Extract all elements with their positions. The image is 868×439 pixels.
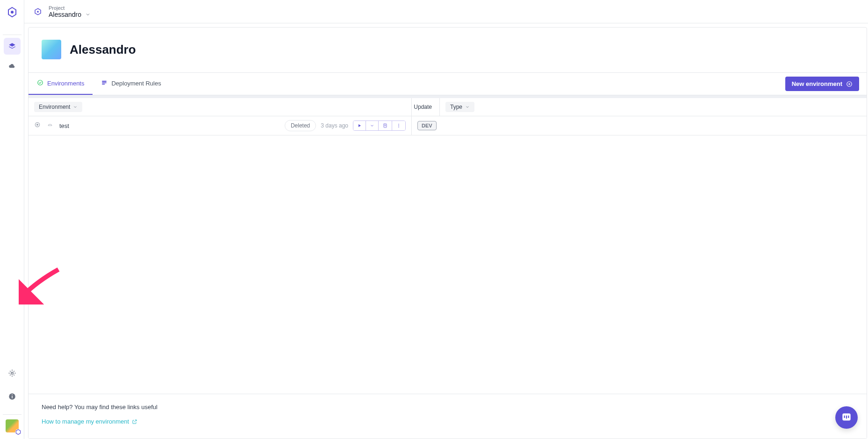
sidebar-avatar[interactable] [4, 418, 21, 434]
check-circle-icon [37, 79, 43, 87]
environment-filter[interactable]: Environment [34, 102, 82, 112]
sidebar-bottom [3, 365, 22, 439]
scroll-icon [382, 123, 388, 128]
app-sidebar [0, 0, 24, 439]
type-filter[interactable]: Type [445, 102, 474, 112]
type-badge: DEV [417, 121, 437, 130]
row-button-group [353, 120, 406, 131]
more-button[interactable] [392, 121, 405, 130]
play-button[interactable] [353, 121, 366, 130]
project-name-text: Alessandro [49, 11, 81, 18]
svg-rect-8 [102, 81, 107, 82]
tab-deployment-rules-label: Deployment Rules [111, 80, 161, 87]
svg-point-14 [398, 124, 399, 125]
row-type-cell: DEV [412, 116, 442, 135]
project-cube-icon [42, 40, 61, 59]
play-icon [357, 123, 362, 128]
row-actions: Deleted 3 days ago [285, 120, 406, 131]
row-main-cell[interactable]: test Deleted 3 days ago [29, 116, 412, 135]
chevron-down-icon [370, 123, 374, 128]
status-stopped-icon [34, 121, 41, 130]
svg-point-7 [38, 80, 43, 85]
svg-rect-13 [36, 124, 38, 126]
chevron-down-icon [85, 12, 91, 17]
th-update[interactable]: Update [412, 98, 440, 116]
qovery-logo-icon [7, 7, 18, 18]
gear-icon [8, 369, 16, 377]
th-environment: Environment [29, 98, 412, 116]
info-icon [8, 392, 16, 401]
svg-rect-4 [12, 395, 13, 396]
cloud-icon [8, 63, 16, 71]
help-link[interactable]: How to manage my environment [42, 418, 137, 425]
rules-icon [101, 79, 108, 87]
tab-deployment-rules[interactable]: Deployment Rules [93, 73, 169, 95]
table-header: Environment Update Type [29, 98, 867, 116]
sidebar-item-settings[interactable] [4, 365, 21, 382]
layers-icon [8, 42, 16, 50]
tab-environments-label: Environments [47, 80, 84, 87]
tab-environments[interactable]: Environments [29, 73, 93, 95]
external-link-icon [132, 419, 137, 425]
tabs-row: Environments Deployment Rules New enviro… [29, 72, 867, 95]
play-menu-button[interactable] [366, 121, 378, 130]
help-section: Need help? You may find these links usef… [29, 394, 867, 439]
plus-circle-icon [846, 81, 853, 87]
env-name: test [59, 122, 69, 129]
table-row: test Deleted 3 days ago [29, 116, 867, 135]
svg-point-15 [398, 125, 399, 126]
more-vertical-icon [396, 123, 402, 128]
sidebar-separator-bottom [3, 414, 22, 415]
chevron-down-icon [465, 105, 470, 109]
app-logo[interactable] [7, 7, 18, 18]
sidebar-item-clusters[interactable] [4, 58, 21, 75]
environment-filter-label: Environment [39, 104, 70, 110]
page-title: Alessandro [70, 42, 136, 57]
tabs: Environments Deployment Rules [29, 73, 170, 95]
type-filter-label: Type [450, 104, 462, 110]
svg-rect-10 [102, 84, 105, 85]
sidebar-item-info[interactable] [4, 388, 21, 405]
breadcrumb-org-icon[interactable] [34, 7, 42, 16]
help-link-text: How to manage my environment [42, 418, 129, 425]
org-hex-icon [34, 7, 42, 16]
chat-icon [840, 411, 853, 424]
svg-point-1 [11, 372, 13, 375]
top-header: Project Alessandro [24, 0, 868, 23]
card-header: Alessandro [29, 28, 867, 72]
state-chip[interactable]: Deleted [285, 120, 316, 131]
svg-point-6 [37, 11, 39, 13]
update-sort-label: Update [414, 104, 432, 110]
env-provider-icon [46, 122, 54, 129]
svg-point-0 [11, 11, 14, 14]
row-time: 3 days ago [321, 122, 348, 129]
help-title: Need help? You may find these links usef… [42, 404, 854, 411]
project-selector[interactable]: Project Alessandro [49, 5, 91, 18]
project-label: Project [49, 5, 91, 11]
logs-button[interactable] [378, 121, 392, 130]
svg-rect-3 [12, 396, 13, 398]
chevron-down-icon [73, 105, 78, 109]
svg-point-16 [398, 127, 399, 127]
new-environment-button[interactable]: New environment [785, 77, 859, 91]
new-environment-label: New environment [792, 80, 842, 87]
sidebar-item-environments[interactable] [4, 38, 21, 55]
intercom-launcher[interactable] [835, 406, 858, 429]
main-content: Alessandro Environments Deployment Rules [28, 27, 868, 439]
avatar-badge-icon [15, 429, 22, 435]
project-card: Alessandro Environments Deployment Rules [28, 27, 867, 439]
svg-rect-9 [102, 82, 107, 83]
project-name: Alessandro [49, 11, 91, 18]
sidebar-separator [3, 35, 22, 35]
th-type: Type [440, 98, 867, 116]
